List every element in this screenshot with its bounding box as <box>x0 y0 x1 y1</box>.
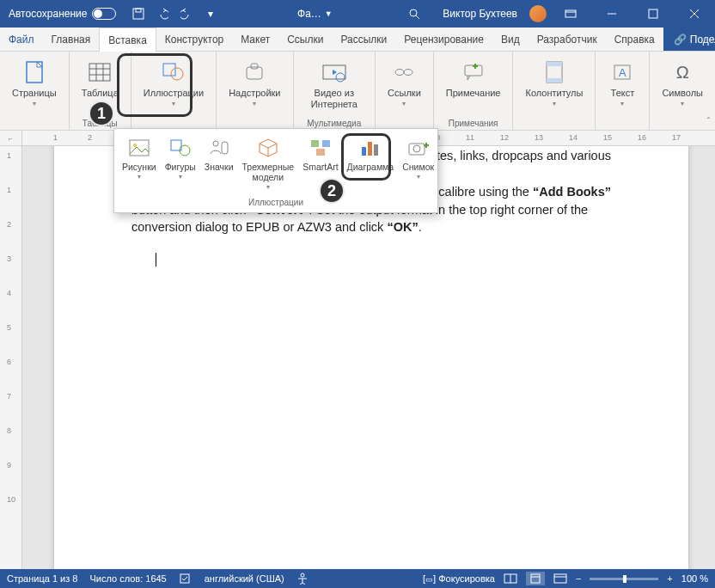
tab-review[interactable]: Рецензирование <box>395 28 492 51</box>
tab-layout[interactable]: Макет <box>232 28 278 51</box>
view-print-icon[interactable] <box>526 572 545 585</box>
svg-point-48 <box>413 145 420 152</box>
avatar[interactable] <box>529 5 547 22</box>
zoom-out-icon[interactable]: − <box>576 573 581 584</box>
tab-design[interactable]: Конструктор <box>156 28 232 51</box>
svg-rect-1 <box>136 9 141 12</box>
illustrations-button[interactable]: Иллюстрации <box>137 55 211 117</box>
tab-insert[interactable]: Вставка <box>99 28 156 52</box>
svg-point-2 <box>410 9 417 16</box>
table-icon <box>86 58 113 86</box>
svg-rect-46 <box>374 144 378 156</box>
zoom-level[interactable]: 100 % <box>681 573 708 584</box>
tab-file[interactable]: Файл <box>0 28 43 51</box>
status-bar: Страница 1 из 8 Число слов: 1645 английс… <box>0 569 715 588</box>
group-pages: Страницы <box>0 52 70 130</box>
zoom-slider[interactable] <box>590 578 658 580</box>
accessibility-icon[interactable] <box>296 573 309 585</box>
tab-developer[interactable]: Разработчик <box>529 28 606 51</box>
symbols-button[interactable]: Ω Символы <box>655 55 710 117</box>
shapes-button[interactable]: Фигуры <box>161 132 200 184</box>
focus-mode[interactable]: [▭] Фокусировка <box>423 573 495 584</box>
ribbon-collapse-icon[interactable]: ˆ <box>707 117 710 126</box>
comment-icon <box>460 58 487 86</box>
svg-rect-30 <box>547 78 562 83</box>
pages-button[interactable]: Страницы <box>5 55 64 117</box>
icons-button[interactable]: Значки <box>200 132 238 175</box>
group-multimedia: Видео из Интернета Мультимедиа <box>294 52 376 130</box>
tab-references[interactable]: Ссылки <box>278 28 332 51</box>
group-headers: Колонтитулы <box>513 52 596 130</box>
undo-icon[interactable] <box>152 3 173 24</box>
ribbon-options-icon[interactable] <box>553 0 588 28</box>
pictures-button[interactable]: Рисунки <box>118 132 161 184</box>
status-words[interactable]: Число слов: 1645 <box>89 573 166 584</box>
status-language[interactable]: английский (США) <box>205 573 284 584</box>
view-read-icon[interactable] <box>504 573 517 584</box>
links-button[interactable]: Ссылки <box>381 55 428 117</box>
pictures-icon <box>127 136 151 160</box>
share-button[interactable]: 🔗Поделиться <box>663 28 715 51</box>
svg-point-22 <box>336 73 345 82</box>
svg-rect-19 <box>251 64 258 69</box>
group-label: Мультимедиа <box>294 119 376 128</box>
svg-rect-45 <box>368 142 372 156</box>
headers-button[interactable]: Колонтитулы <box>518 55 590 117</box>
text-button[interactable]: A Текст <box>601 55 644 117</box>
3d-models-button[interactable]: Трехмерные модели <box>238 132 299 194</box>
autosave-label: Автосохранение <box>9 8 87 20</box>
svg-rect-33 <box>130 140 149 156</box>
view-web-icon[interactable] <box>553 573 567 584</box>
group-text: A Текст <box>596 52 650 130</box>
video-icon <box>321 58 348 86</box>
ruler-corner: ⌐ <box>0 131 22 146</box>
tab-mailings[interactable]: Рассылки <box>332 28 395 51</box>
svg-point-24 <box>404 70 412 76</box>
username: Виктор Бухтеев <box>443 8 517 20</box>
maximize-icon[interactable] <box>636 0 670 28</box>
svg-rect-57 <box>554 574 566 583</box>
svg-point-34 <box>133 144 137 147</box>
screenshot-button[interactable]: Снимок <box>398 132 438 184</box>
group-illustrations: Иллюстрации <box>131 52 217 130</box>
svg-rect-41 <box>311 140 319 147</box>
tab-home[interactable]: Главная <box>43 28 100 51</box>
close-icon[interactable] <box>677 0 712 28</box>
symbol-icon: Ω <box>669 58 696 86</box>
textbox-icon: A <box>608 58 636 86</box>
tab-view[interactable]: Вид <box>492 28 529 51</box>
save-icon[interactable] <box>128 3 149 24</box>
gallery-group-label: Иллюстрации <box>118 194 434 212</box>
link-icon <box>390 58 418 86</box>
svg-rect-51 <box>180 574 189 583</box>
chart-button[interactable]: Диаграмма <box>343 132 399 175</box>
group-label: Примечания <box>434 119 513 128</box>
svg-point-52 <box>301 573 304 577</box>
autosave-toggle[interactable]: Автосохранение <box>0 8 125 20</box>
ribbon-tabs: Файл Главная Вставка Конструктор Макет С… <box>0 28 715 52</box>
status-page[interactable]: Страница 1 из 8 <box>7 573 77 584</box>
svg-point-23 <box>395 70 404 76</box>
svg-rect-7 <box>649 9 657 18</box>
online-video-button[interactable]: Видео из Интернета <box>299 55 370 117</box>
svg-rect-38 <box>222 142 228 154</box>
qat-dropdown-icon[interactable]: ▾ <box>200 3 221 24</box>
addins-button[interactable]: Надстройки <box>222 55 287 117</box>
group-links: Ссылки <box>376 52 434 130</box>
comment-button[interactable]: Примечание <box>439 55 508 117</box>
cube-icon <box>256 136 280 160</box>
redo-icon[interactable] <box>176 3 197 24</box>
icons-icon <box>207 136 231 160</box>
search-icon[interactable] <box>408 8 420 20</box>
callout-badge-2: 2 <box>319 178 345 204</box>
svg-rect-55 <box>531 574 540 583</box>
callout-badge-1: 1 <box>89 101 114 126</box>
zoom-in-icon[interactable]: + <box>667 573 672 584</box>
smartart-button[interactable]: SmartArt <box>298 132 342 175</box>
minimize-icon[interactable] <box>595 0 629 28</box>
spellcheck-icon[interactable] <box>179 573 192 585</box>
tab-help[interactable]: Справка <box>606 28 663 51</box>
vertical-ruler[interactable]: 112345678910 <box>0 146 22 569</box>
shapes-icon <box>168 136 192 160</box>
svg-rect-43 <box>316 149 325 156</box>
